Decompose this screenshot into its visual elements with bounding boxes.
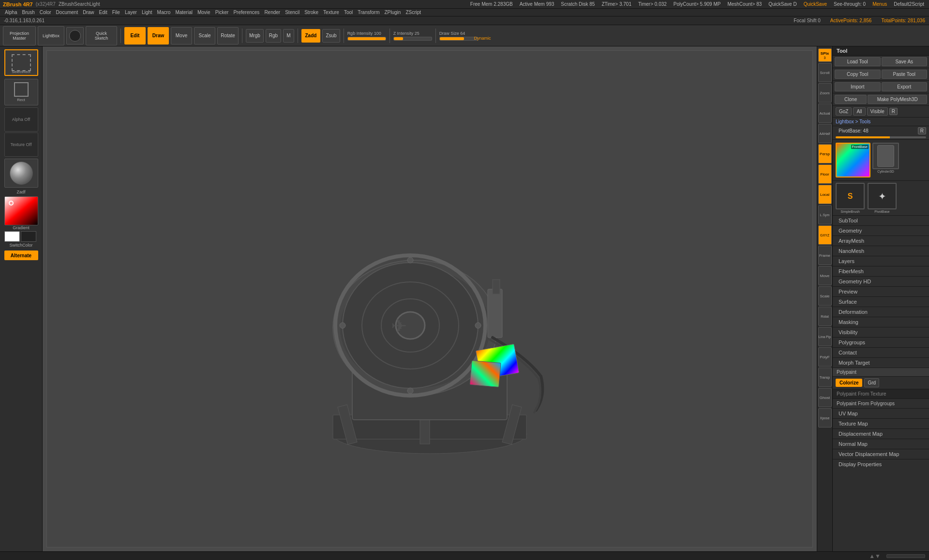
lightbox-tools-btn[interactable]: Lightbox > Tools xyxy=(833,118,929,126)
save-as-btn[interactable]: Save As xyxy=(882,57,928,66)
scale-icon-btn[interactable]: Scale xyxy=(818,286,832,306)
display-properties-item[interactable]: Display Properties xyxy=(833,459,929,467)
thumbnail-2[interactable]: Cylinder3D xyxy=(872,143,899,177)
rotat-btn[interactable]: Rotat xyxy=(818,307,832,326)
normal-map-item[interactable]: Normal Map xyxy=(833,439,929,449)
menu-texture[interactable]: Texture xyxy=(321,10,341,15)
menu-edit[interactable]: Edit xyxy=(97,10,109,15)
menu-zplugin[interactable]: ZPlugin xyxy=(382,10,403,15)
visibility-item[interactable]: Visibility xyxy=(833,327,929,338)
menu-brush[interactable]: Brush xyxy=(20,10,37,15)
black-swatch[interactable] xyxy=(21,231,36,242)
white-swatch[interactable] xyxy=(4,231,20,242)
make-polymesh-btn[interactable]: Make PolyMesh3D xyxy=(868,95,927,104)
quick-sketch-btn[interactable]: Quick Sketch xyxy=(86,26,117,45)
uv-map-item[interactable]: UV Map xyxy=(833,409,929,419)
thumbnail-1[interactable]: FrontBase xyxy=(836,143,870,177)
actual-btn[interactable]: Actual xyxy=(818,103,832,123)
menu-picker[interactable]: Picker xyxy=(213,10,231,15)
menu-draw[interactable]: Draw xyxy=(81,10,96,15)
aahalf-btn[interactable]: AAHalf xyxy=(818,124,832,143)
m-btn[interactable]: M xyxy=(283,29,294,43)
floor-btn[interactable]: Floor xyxy=(818,164,832,184)
mrgb-btn[interactable]: Mrgb xyxy=(246,29,264,43)
gxyz-btn[interactable]: GXYZ xyxy=(818,225,832,245)
polygroups-item[interactable]: Polygroups xyxy=(833,338,929,348)
paste-tool-btn[interactable]: Paste Tool xyxy=(882,70,928,79)
quicksave2-btn[interactable]: QuickSave xyxy=(802,1,829,7)
geometry-hd-item[interactable]: Geometry HD xyxy=(833,277,929,287)
lightbox-btn[interactable]: LightBox xyxy=(38,26,64,45)
see-through[interactable]: See-through: 0 xyxy=(832,1,868,7)
texture-map-item[interactable]: Texture Map xyxy=(833,419,929,429)
polypaint-from-texture-btn[interactable]: Polypaint From Texture xyxy=(833,389,929,399)
menu-material[interactable]: Material xyxy=(173,10,195,15)
menu-movie[interactable]: Movie xyxy=(195,10,212,15)
projection-master-btn[interactable]: Projection Master xyxy=(3,26,36,45)
goz-btn[interactable]: GoZ xyxy=(836,107,852,116)
menu-document[interactable]: Document xyxy=(54,10,80,15)
copy-tool-btn[interactable]: Copy Tool xyxy=(835,70,881,79)
displacement-map-item[interactable]: Displacement Map xyxy=(833,429,929,439)
move-btn[interactable]: Move xyxy=(171,27,192,44)
menus-btn[interactable]: Menus xyxy=(870,1,889,7)
masking-item[interactable]: Masking xyxy=(833,317,929,327)
xpose-btn[interactable]: Xpose xyxy=(818,408,832,427)
lsym-btn[interactable]: L.Sym xyxy=(818,205,832,224)
deformation-item[interactable]: Deformation xyxy=(833,307,929,317)
lina-pip-btn[interactable]: Lina Pip xyxy=(818,327,832,346)
clone-btn[interactable]: Clone xyxy=(835,95,867,104)
visible-btn[interactable]: Visible xyxy=(867,107,888,116)
quicksave-btn[interactable]: QuickSave D xyxy=(766,1,798,7)
draw-btn[interactable]: Draw xyxy=(148,27,169,44)
ghost-btn[interactable]: Ghost xyxy=(818,388,832,407)
local-btn[interactable]: Local xyxy=(818,185,832,204)
rect-btn[interactable]: Rect xyxy=(4,79,38,105)
menu-render[interactable]: Render xyxy=(262,10,282,15)
load-tool-btn[interactable]: Load Tool xyxy=(835,57,881,66)
default-script[interactable]: Default2Script xyxy=(892,1,926,7)
zadd-btn[interactable]: Zadd xyxy=(301,29,321,43)
menu-alpha[interactable]: Alpha xyxy=(3,10,19,15)
all-btn[interactable]: All xyxy=(853,107,865,116)
layers-item[interactable]: Layers xyxy=(833,256,929,266)
menu-color[interactable]: Color xyxy=(38,10,53,15)
material-sphere[interactable] xyxy=(4,159,38,188)
rgb-intensity-area[interactable]: Rgb Intensity 100 xyxy=(347,31,386,41)
surface-item[interactable]: Surface xyxy=(833,297,929,307)
viewport[interactable]: ✈ xyxy=(43,46,817,551)
fiber-mesh-item[interactable]: FiberMesh xyxy=(833,266,929,277)
menu-macro[interactable]: Macro xyxy=(155,10,173,15)
scale-btn[interactable]: Scale xyxy=(194,27,215,44)
pivot-r-btn[interactable]: R xyxy=(918,127,926,134)
menu-light[interactable]: Light xyxy=(140,10,154,15)
menu-stroke[interactable]: Stroke xyxy=(302,10,320,15)
brush-preview[interactable] xyxy=(66,27,84,44)
transp-btn[interactable]: Transp xyxy=(818,368,832,387)
polypaint-section-header[interactable]: Polypaint xyxy=(833,368,929,377)
polyf-btn[interactable]: PolyF xyxy=(818,347,832,367)
thumbnail-simplebrush[interactable]: S SimpleBrush xyxy=(836,183,865,213)
draw-size-area[interactable]: Draw Size 64 Dynamic xyxy=(439,31,478,41)
polypaint-from-polygroups-btn[interactable]: Polypaint From Polygroups xyxy=(833,399,929,409)
viewport-canvas[interactable]: ✈ xyxy=(46,50,813,547)
subtool-item[interactable]: SubTool xyxy=(833,216,929,226)
alpha-off-btn[interactable]: Alpha Off xyxy=(4,107,38,132)
rgb-btn[interactable]: Rgb xyxy=(266,29,281,43)
zoom-btn[interactable]: Zoom xyxy=(818,83,832,103)
preview-item[interactable]: Preview xyxy=(833,287,929,297)
menu-file[interactable]: File xyxy=(110,10,122,15)
frame-btn[interactable]: Frame xyxy=(818,246,832,265)
persp-btn[interactable]: Persp xyxy=(818,144,832,163)
geometry-item[interactable]: Geometry xyxy=(833,226,929,236)
r-btn[interactable]: R xyxy=(889,108,898,115)
menu-layer[interactable]: Layer xyxy=(123,10,139,15)
contact-item[interactable]: Contact xyxy=(833,348,929,358)
edit-btn[interactable]: Edit xyxy=(124,27,146,44)
move-icon-btn[interactable]: Move xyxy=(818,266,832,285)
scroll-btn[interactable]: Scroll xyxy=(818,63,832,82)
rotate-btn[interactable]: Rotate xyxy=(217,27,239,44)
thumbnail-pivotbase[interactable]: ✦ PivotBase xyxy=(868,183,897,213)
zsub-btn[interactable]: Zsub xyxy=(322,29,340,43)
spix-btn[interactable]: SPix 3 xyxy=(818,48,832,62)
